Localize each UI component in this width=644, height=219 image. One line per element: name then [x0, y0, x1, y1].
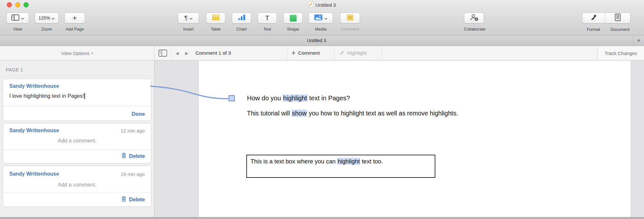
- view-button[interactable]: View: [6, 13, 29, 32]
- comment-anchor-marker[interactable]: [229, 95, 235, 101]
- card-divider: [3, 150, 151, 150]
- view-button-label: View: [6, 27, 29, 32]
- toolbar-divider: [171, 46, 171, 60]
- card-divider: [3, 193, 151, 193]
- comment-timestamp: 12 min ago: [121, 128, 145, 133]
- document-sheet-icon: [615, 14, 621, 23]
- format-button[interactable]: [582, 13, 605, 23]
- media-button[interactable]: Media: [308, 13, 333, 32]
- text-button[interactable]: T Text: [258, 13, 277, 32]
- table-grid-icon: [212, 14, 220, 22]
- highlight-label: Highlight: [347, 50, 366, 56]
- toolbar-divider: [288, 46, 288, 60]
- view-options-label: View Options: [61, 50, 90, 56]
- tab-label: Untitled 3: [307, 38, 326, 43]
- caret-down-icon: ▾: [91, 51, 93, 55]
- comment-author: Sandy Writtenhouse: [9, 83, 59, 89]
- shape-button[interactable]: Shape: [283, 13, 303, 32]
- card-divider: [3, 106, 151, 106]
- comment-author: Sandy Writtenhouse: [9, 128, 59, 133]
- highlighted-word: highlight: [337, 158, 360, 165]
- highlighted-word: show: [292, 110, 307, 117]
- next-comment-button[interactable]: ▶: [185, 46, 188, 60]
- delete-comment-button[interactable]: Delete: [121, 153, 145, 160]
- view-panels-icon: [11, 14, 19, 22]
- document-button[interactable]: [605, 13, 630, 23]
- plus-icon: +: [637, 37, 641, 44]
- document-page[interactable]: How do you highlight text in Pages? This…: [199, 60, 631, 217]
- window-chrome: Untitled 3 View 125% Zoom: [0, 0, 644, 35]
- add-comment-button[interactable]: + Comment: [291, 46, 320, 60]
- view-options-menu[interactable]: View Options ▾: [0, 46, 155, 60]
- highlight-button: Highlight: [339, 46, 366, 60]
- pages-document-icon: [308, 1, 313, 8]
- insert-button-label: Insert: [178, 27, 199, 32]
- plus-icon: +: [291, 49, 296, 57]
- chevron-down-icon: [21, 15, 24, 21]
- shape-square-icon: [290, 15, 297, 22]
- document-paragraph[interactable]: This tutorial will show you how to highl…: [247, 109, 458, 117]
- media-photo-icon: [314, 14, 323, 22]
- track-changes-button[interactable]: Track Changes: [597, 46, 644, 60]
- comment-text-input[interactable]: I love highlighting text in Pages!: [9, 93, 85, 99]
- highlighted-word: highlight: [283, 95, 308, 102]
- insert-button[interactable]: ¶ Insert: [178, 13, 199, 32]
- add-person-icon: [469, 14, 479, 23]
- collaborate-button[interactable]: Collaborate: [464, 13, 484, 32]
- comment-button: Comment: [340, 13, 360, 32]
- pilcrow-icon: ¶: [184, 14, 187, 22]
- media-button-label: Media: [308, 27, 333, 32]
- text-caret: [84, 93, 85, 99]
- add-page-button[interactable]: + Add Page: [64, 13, 85, 32]
- tab-untitled-3[interactable]: Untitled 3: [0, 35, 633, 46]
- text-button-label: Text: [258, 27, 277, 32]
- trash-icon: [121, 153, 126, 160]
- done-button[interactable]: Done: [132, 111, 145, 117]
- next-arrow-icon: ▶: [185, 51, 188, 56]
- window-bottom-edge: [0, 217, 644, 219]
- comment-card[interactable]: Sandy Writtenhouse I love highlighting t…: [3, 79, 151, 121]
- chart-button[interactable]: Chart: [232, 13, 251, 32]
- review-toolbar: View Options ▾ ◀ ▶ Comment 1 of 3 + Comm…: [0, 46, 644, 60]
- document-button-label: Document: [607, 27, 633, 32]
- comment-author: Sandy Writtenhouse: [9, 171, 59, 177]
- shape-button-label: Shape: [283, 27, 303, 32]
- previous-comment-button[interactable]: ◀: [175, 46, 179, 60]
- comment-card[interactable]: Sandy Writtenhouse 19 min ago Add a comm…: [3, 166, 151, 207]
- comments-sidebar: PAGE 1 Sandy Writtenhouse I love highlig…: [0, 60, 155, 217]
- tab-bar: Untitled 3 +: [0, 35, 644, 46]
- chevron-down-icon: [52, 15, 55, 21]
- comment-note-icon: [347, 14, 354, 22]
- comment-button-label: Comment: [340, 27, 360, 32]
- comment-placeholder[interactable]: Add a comment.: [3, 182, 151, 188]
- comment-placeholder[interactable]: Add a comment.: [3, 138, 151, 144]
- comment-card[interactable]: Sandy Writtenhouse 12 min ago Add a comm…: [3, 123, 151, 163]
- inspector-segmented-control: [582, 13, 630, 23]
- add-page-button-label: Add Page: [64, 27, 85, 32]
- document-canvas: How do you highlight text in Pages? This…: [155, 60, 644, 217]
- text-box[interactable]: This is a text box where you can highlig…: [246, 155, 435, 178]
- page-section-label: PAGE 1: [6, 67, 23, 72]
- window-title-area: Untitled 3: [0, 0, 644, 10]
- plus-icon: +: [72, 15, 77, 21]
- collaborate-button-label: Collaborate: [464, 27, 484, 32]
- table-button[interactable]: Table: [206, 13, 225, 32]
- new-tab-button[interactable]: +: [633, 35, 644, 46]
- content-area: PAGE 1 Sandy Writtenhouse I love highlig…: [0, 60, 644, 217]
- chevron-down-icon: [324, 15, 327, 21]
- sidebar-toggle-button[interactable]: [158, 50, 167, 58]
- track-changes-label: Track Changes: [604, 50, 637, 56]
- delete-comment-button[interactable]: Delete: [121, 196, 145, 203]
- toolbar-divider: [334, 46, 335, 60]
- document-heading[interactable]: How do you highlight text in Pages?: [247, 94, 350, 102]
- comment-timestamp: 19 min ago: [121, 171, 145, 177]
- comment-counter: Comment 1 of 3: [195, 46, 231, 60]
- window-title: Untitled 3: [316, 2, 336, 8]
- zoom-button[interactable]: 125% Zoom: [35, 13, 59, 32]
- inspector-labels: Format Document: [580, 27, 633, 32]
- highlighter-icon: [339, 50, 345, 56]
- trash-icon: [121, 196, 126, 203]
- zoom-button-label: Zoom: [35, 27, 59, 32]
- format-button-label: Format: [580, 27, 607, 32]
- table-button-label: Table: [206, 27, 225, 32]
